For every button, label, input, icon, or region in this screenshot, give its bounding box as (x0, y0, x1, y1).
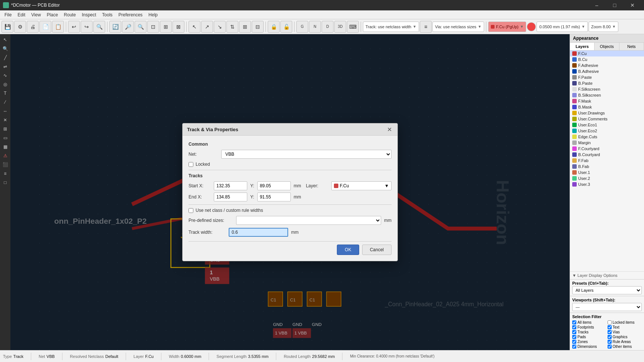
route-diff-tool[interactable]: ⇌ (1, 62, 9, 71)
use-netclass-label[interactable]: Use net class / custom rule widths (196, 208, 263, 213)
select-tool[interactable]: ↖ (1, 36, 9, 44)
menu-inspect[interactable]: Inspect (79, 12, 99, 18)
menu-edit[interactable]: Edit (15, 12, 28, 18)
layer-item-user-drawings[interactable]: User.Drawings (570, 110, 644, 116)
sf-item-all-items[interactable]: All items (572, 320, 607, 324)
via-size-dropdown[interactable]: Via: use netclass sizes ▼ (432, 22, 484, 32)
undo-button[interactable]: ↩ (68, 21, 80, 33)
layer-item-b-mask[interactable]: B.Mask (570, 104, 644, 110)
layer-item-f-cu[interactable]: F.Cu (570, 51, 644, 56)
menu-help[interactable]: Help (145, 12, 161, 18)
presets-dropdown[interactable]: All Layers (572, 286, 642, 294)
layer-item-user-2[interactable]: User.2 (570, 175, 644, 181)
menu-preferences[interactable]: Preferences (116, 12, 146, 18)
minimize-button[interactable]: – (588, 0, 605, 10)
layer-item-user-comments[interactable]: User.Comments (570, 116, 644, 122)
sf-checkbox-all-items[interactable] (572, 320, 576, 324)
fab-button[interactable]: 📋 (52, 21, 64, 33)
layer-item-f-adhesive[interactable]: F.Adhesive (570, 62, 644, 68)
sf-checkbox-graphics[interactable] (608, 335, 612, 339)
sf-item-footprints[interactable]: Footprints (572, 325, 607, 329)
layer-item-f-fab[interactable]: F.Fab (570, 158, 644, 164)
cancel-button[interactable]: Cancel (362, 245, 392, 255)
layer-item-f-paste[interactable]: F.Paste (570, 74, 644, 80)
menu-file[interactable]: File (1, 12, 15, 18)
layer-item-b-cu[interactable]: B.Cu (570, 56, 644, 62)
add-line-tool[interactable]: ⁄ (1, 98, 9, 106)
viewports-dropdown[interactable]: --- (572, 303, 642, 311)
layer-color-button[interactable] (527, 22, 536, 31)
add-via-tool[interactable]: ◎ (1, 80, 9, 88)
cursor-button[interactable]: ↖ (189, 21, 200, 33)
add-text-tool[interactable]: T (1, 89, 9, 97)
end-x-input[interactable] (214, 193, 247, 201)
track-settings-button[interactable]: ≡ (420, 21, 432, 33)
sf-checkbox-vias[interactable] (608, 330, 612, 334)
flip-button[interactable]: ⇅ (226, 21, 238, 33)
search-button[interactable]: 🔍 (93, 21, 105, 33)
unlock-button[interactable]: 🔓 (280, 21, 292, 33)
menu-tools[interactable]: Tools (99, 12, 116, 18)
layer-dropdown[interactable]: F.Cu (PgUp) ▼ (488, 22, 526, 32)
layer-item-b-courtyard[interactable]: B.Courtyard (570, 152, 644, 158)
sf-checkbox-rule-areas[interactable] (608, 340, 612, 344)
ok-button[interactable]: OK (337, 245, 359, 255)
menu-place[interactable]: Place (44, 12, 61, 18)
layer-item-f-courtyard[interactable]: F.Courtyard (570, 146, 644, 152)
sf-checkbox-locked-items[interactable] (608, 320, 612, 324)
track-width-dropdown[interactable]: Track: use netclass width ▼ (363, 22, 419, 32)
tab-layers[interactable]: Layers (570, 43, 595, 50)
layer-item-edge-cuts[interactable]: Edge.Cuts (570, 134, 644, 140)
sf-checkbox-other-items[interactable] (608, 345, 612, 349)
predef-sizes-select[interactable] (236, 216, 381, 225)
track-width-input[interactable] (229, 228, 288, 237)
zoom-dropdown[interactable]: Zoom 8.00 ▼ (589, 22, 619, 32)
settings-button[interactable]: ⚙ (14, 21, 26, 33)
sf-checkbox-text[interactable] (608, 325, 612, 329)
layer-display-options[interactable]: ▼ Layer Display Options (570, 271, 644, 279)
zoom-custom-button[interactable]: ⊠ (173, 21, 184, 33)
sf-item-other-items[interactable]: Other items (608, 345, 642, 349)
copper-pour[interactable]: ⬛ (1, 161, 9, 169)
tab-nets[interactable]: Nets (619, 43, 644, 50)
layer-item-b-silkscreen[interactable]: B.Silkscreen (570, 92, 644, 98)
dialog-close-button[interactable]: ✕ (386, 126, 393, 133)
pcb-canvas[interactable]: Horizon J3 2 GND 2 GND 1 VBB (10, 34, 570, 350)
lock-button[interactable]: 🔒 (268, 21, 280, 33)
drc-button[interactable]: D (322, 21, 334, 33)
measure-tool[interactable]: ↔ (1, 107, 9, 115)
zoom-in-button[interactable]: 🔎 (122, 21, 134, 33)
maximize-button[interactable]: □ (606, 0, 623, 10)
layer-item-user-eco2[interactable]: User.Eco2 (570, 128, 644, 134)
print-button[interactable]: 🖨 (27, 21, 39, 33)
sf-item-pads[interactable]: Pads (572, 335, 607, 339)
sf-item-dimensions[interactable]: Dimensions (572, 345, 607, 349)
add-zone-tool[interactable]: ▭ (1, 134, 9, 142)
delete-tool[interactable]: ✕ (1, 116, 9, 124)
sf-checkbox-dimensions[interactable] (572, 345, 576, 349)
layer-item-margin[interactable]: Margin (570, 140, 644, 146)
layer-item-user-3[interactable]: User.3 (570, 181, 644, 187)
start-x-input[interactable] (214, 181, 247, 190)
use-netclass-checkbox[interactable] (189, 208, 193, 213)
layer-item-user-1[interactable]: User.1 (570, 169, 644, 175)
menu-view[interactable]: View (28, 12, 44, 18)
zoom-fit-button[interactable]: ⊡ (147, 21, 159, 33)
sf-item-tracks[interactable]: Tracks (572, 330, 607, 334)
route-track-tool[interactable]: ╱ (1, 54, 9, 62)
3d-viewer[interactable]: □ (1, 178, 9, 187)
sf-item-rule-areas[interactable]: Rule Areas (608, 340, 642, 344)
zoom-out-button[interactable]: 🔍 (135, 21, 146, 33)
sf-item-text[interactable]: Text (608, 325, 642, 329)
align2-button[interactable]: ⊟ (252, 21, 264, 33)
end-y-input[interactable] (257, 193, 291, 201)
sf-item-locked-items[interactable]: Locked items (608, 320, 642, 324)
3d-button[interactable]: 3D (334, 21, 346, 33)
net-inspector[interactable]: ≡ (1, 169, 9, 178)
sf-checkbox-zones[interactable] (572, 340, 576, 344)
inspect-tool[interactable]: 🔍 (1, 45, 9, 53)
sf-item-vias[interactable]: Vias (608, 330, 642, 334)
scripting-button[interactable]: ⌨ (347, 21, 359, 33)
netlist-button[interactable]: N (309, 21, 321, 33)
add-footprint-tool[interactable]: ⊞ (1, 125, 9, 133)
